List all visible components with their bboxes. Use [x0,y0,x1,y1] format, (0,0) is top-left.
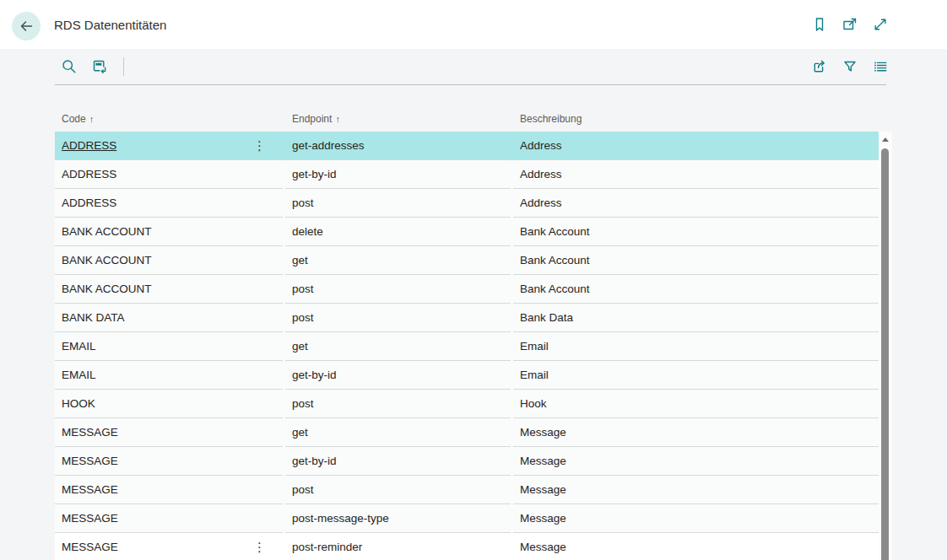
row-code-cell[interactable]: MESSAGE ⋮ [55,418,283,447]
row-description-cell[interactable]: Bank Account [513,246,879,275]
row-description-cell[interactable]: Email [513,332,879,361]
table-row[interactable]: MESSAGE ⋮ post-reminder Message [55,533,879,560]
row-code-link[interactable]: BANK ACCOUNT [62,283,152,295]
row-endpoint-cell[interactable]: post [285,189,511,218]
bookmark-icon [811,16,828,33]
row-code-cell[interactable]: MESSAGE ⋮ [55,447,283,476]
table-row[interactable]: MESSAGE ⋮ get Message [55,418,879,447]
row-endpoint-cell[interactable]: get-addresses [285,132,511,160]
column-header-endpoint[interactable]: Endpoint ↑ [285,105,511,132]
open-in-new-window-button[interactable] [835,12,865,37]
table-row[interactable]: BANK DATA ⋮ post Bank Data [55,304,879,332]
row-description-cell[interactable]: Message [513,418,879,447]
row-description-cell[interactable]: Message [513,476,879,504]
column-label: Endpoint [292,113,332,125]
row-description-cell[interactable]: Bank Account [513,218,879,246]
row-code-link[interactable]: MESSAGE [62,512,118,525]
filter-button[interactable] [835,54,865,79]
row-code-cell[interactable]: BANK ACCOUNT ⋮ [55,246,283,275]
analyze-button[interactable] [84,54,115,79]
row-menu-icon[interactable]: ⋮ [253,139,266,152]
row-code-link[interactable]: ADDRESS [62,168,116,180]
titlebar-actions [804,12,896,37]
row-description-cell[interactable]: Bank Data [513,304,879,332]
table-row[interactable]: MESSAGE ⋮ post Message [55,476,879,504]
row-endpoint-cell[interactable]: get-by-id [285,361,511,390]
table-row[interactable]: EMAIL ⋮ get Email [55,332,879,361]
row-code-link[interactable]: MESSAGE [62,483,118,496]
row-code-link[interactable]: EMAIL [62,369,96,381]
row-description-cell[interactable]: Message [513,504,879,533]
table-row[interactable]: MESSAGE ⋮ get-by-id Message [55,447,879,476]
vertical-scrollbar[interactable] [879,132,892,560]
row-endpoint-cell[interactable]: get-by-id [285,160,511,189]
row-endpoint-cell[interactable]: delete [285,218,511,246]
scrollbar-up-arrow[interactable] [882,137,889,142]
table-row[interactable]: BANK ACCOUNT ⋮ delete Bank Account [55,218,879,246]
row-code-cell[interactable]: BANK ACCOUNT ⋮ [55,218,283,246]
row-endpoint-cell[interactable]: get [285,246,511,275]
row-code-cell[interactable]: EMAIL ⋮ [55,361,283,390]
row-code-link[interactable]: HOOK [62,397,95,410]
row-endpoint-cell[interactable]: get [285,332,511,361]
table-row[interactable]: ADDRESS ⋮ post Address [55,189,879,218]
row-code-cell[interactable]: MESSAGE ⋮ [55,533,283,560]
options-list-button[interactable] [865,54,896,79]
toolbar-left-actions [54,54,124,79]
row-description-cell[interactable]: Message [513,533,879,560]
row-code-link[interactable]: MESSAGE [62,426,118,439]
share-button[interactable] [804,54,835,79]
back-button[interactable] [12,12,41,40]
row-code-link[interactable]: ADDRESS [62,139,116,152]
row-description-cell[interactable]: Address [513,189,879,218]
row-endpoint-cell[interactable]: post [285,476,511,504]
column-header-beschreibung[interactable]: Beschreibung [513,105,879,132]
row-code-cell[interactable]: ADDRESS ⋮ [55,189,283,218]
row-endpoint-cell[interactable]: get [285,418,511,447]
table-row[interactable]: ADDRESS ⋮ get-addresses Address [55,132,879,160]
row-code-cell[interactable]: EMAIL ⋮ [55,332,283,361]
column-label: Code [62,113,86,125]
row-code-cell[interactable]: MESSAGE ⋮ [55,476,283,504]
row-code-cell[interactable]: MESSAGE ⋮ [55,504,283,533]
row-endpoint-cell[interactable]: post [285,390,511,418]
column-header-code[interactable]: Code ↑ [55,105,283,132]
row-code-cell[interactable]: ADDRESS ⋮ [55,132,283,160]
row-description-cell[interactable]: Address [513,132,879,160]
table-row[interactable]: BANK ACCOUNT ⋮ post Bank Account [55,275,879,304]
expand-button[interactable] [865,12,896,37]
row-code-link[interactable]: BANK ACCOUNT [62,225,152,238]
row-description-cell[interactable]: Address [513,160,879,189]
row-code-link[interactable]: MESSAGE [62,541,118,553]
search-button[interactable] [54,54,84,79]
row-code-cell[interactable]: BANK ACCOUNT ⋮ [55,275,283,304]
page-root: RDS Datenentitäten [0,0,947,560]
row-endpoint-cell[interactable]: post [285,275,511,304]
row-endpoint-cell[interactable]: post-message-type [285,504,511,533]
row-code-link[interactable]: MESSAGE [62,455,118,467]
toolbar-separator [123,57,124,76]
table-body: ADDRESS ⋮ get-addresses Address ADDRESS … [55,132,879,560]
bookmark-button[interactable] [804,12,835,37]
table-row[interactable]: ADDRESS ⋮ get-by-id Address [55,160,879,189]
row-code-link[interactable]: BANK ACCOUNT [62,254,152,267]
row-code-link[interactable]: EMAIL [62,340,96,353]
table-row[interactable]: MESSAGE ⋮ post-message-type Message [55,504,879,533]
row-code-link[interactable]: ADDRESS [62,197,116,209]
table-row[interactable]: BANK ACCOUNT ⋮ get Bank Account [55,246,879,275]
table-row[interactable]: EMAIL ⋮ get-by-id Email [55,361,879,390]
row-description-cell[interactable]: Bank Account [513,275,879,304]
row-description-cell[interactable]: Hook [513,390,879,418]
row-code-cell[interactable]: ADDRESS ⋮ [55,160,283,189]
row-description-cell[interactable]: Message [513,447,879,476]
row-description-cell[interactable]: Email [513,361,879,390]
row-code-cell[interactable]: BANK DATA ⋮ [55,304,283,332]
scrollbar-thumb[interactable] [881,148,889,560]
row-code-cell[interactable]: HOOK ⋮ [55,390,283,418]
row-endpoint-cell[interactable]: get-by-id [285,447,511,476]
table-row[interactable]: HOOK ⋮ post Hook [55,390,879,418]
row-endpoint-cell[interactable]: post [285,304,511,332]
row-code-link[interactable]: BANK DATA [62,311,125,324]
row-menu-icon[interactable]: ⋮ [253,541,266,553]
row-endpoint-cell[interactable]: post-reminder [285,533,511,560]
